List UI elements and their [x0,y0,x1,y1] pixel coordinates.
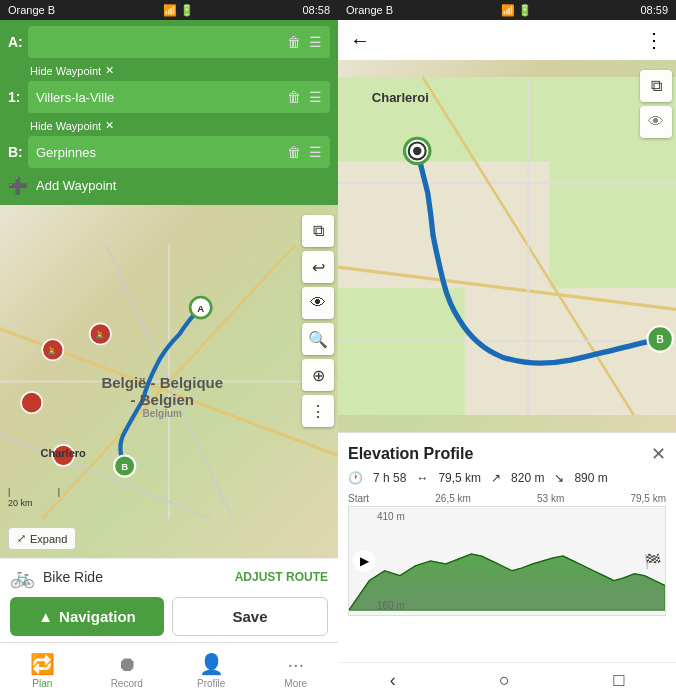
tab-record[interactable]: ⏺ Record [85,643,170,698]
elevation-close-button[interactable]: ✕ [651,443,666,465]
action-buttons: ▲ Navigation Save [10,597,328,636]
tab-more[interactable]: ··· More [254,643,339,698]
profile-icon: 👤 [199,652,224,676]
location-button[interactable]: ⊕ [302,359,334,391]
stat-down: 890 m [574,471,607,485]
save-button[interactable]: Save [172,597,328,636]
elevation-stats: 🕐 7 h 58 ↔ 79,5 km ↗ 820 m ↘ 890 m [348,471,666,485]
layers-button-right[interactable]: ⧉ [640,70,672,102]
plan-icon: 🔁 [30,652,55,676]
sys-back-button[interactable]: ‹ [390,670,396,691]
svg-text:A: A [197,303,204,314]
stat-distance-icon: ↔ [416,471,428,485]
elevation-title: Elevation Profile [348,445,473,463]
elevation-chart-container: Start 26,5 km 53 km 79,5 km [348,493,666,623]
bottom-bar-left: 🚲 Bike Ride ADJUST ROUTE ▲ Navigation Sa… [0,558,338,642]
expand-button[interactable]: ⤢ Expand [8,527,76,550]
more-icon: ··· [287,653,304,676]
play-icon-chart[interactable]: ▶ [353,550,375,572]
svg-text:🚴: 🚴 [95,330,106,341]
undo-button[interactable]: ↩ [302,251,334,283]
map-area-right[interactable]: B Charleroi ⧉ 👁 [338,60,676,432]
tab-plan-label: Plan [32,678,52,689]
signal-icons-right: 📶 🔋 [501,4,532,17]
more-map-button[interactable]: ⋮ [302,395,334,427]
waypoint-a-label: A: [8,34,28,50]
back-button[interactable]: ← [350,29,370,52]
waypoint-a-input[interactable]: 🗑 ☰ [28,26,330,58]
top-nav-right: ← ⋮ [338,20,676,60]
hide-waypoint-2-row[interactable]: Hide Waypoint ✕ [8,117,330,134]
zoom-in-button[interactable]: 🔍 [302,323,334,355]
reorder-waypoint-a-icon[interactable]: ☰ [309,34,322,50]
delete-waypoint-b-icon[interactable]: 🗑 [287,144,301,160]
nav-button-label: Navigation [59,608,136,625]
visibility-button-right[interactable]: 👁 [640,106,672,138]
tab-more-label: More [284,678,307,689]
waypoint-1-label: 1: [8,89,28,105]
map-controls-left: ⧉ ↩ 👁 🔍 ⊕ ⋮ [302,215,334,427]
tab-record-label: Record [111,678,143,689]
x-label-26: 26,5 km [435,493,471,504]
navigation-button[interactable]: ▲ Navigation [10,597,164,636]
stat-up: 820 m [511,471,544,485]
reorder-waypoint-1-icon[interactable]: ☰ [309,89,322,105]
nav-arrow-icon: ▲ [38,608,53,625]
elevation-chart: ▶ 🏁 410 m 160 m [348,506,666,616]
waypoint-a-row: A: 🗑 ☰ [8,26,330,58]
hide-waypoint-1-row[interactable]: Hide Waypoint ✕ [8,62,330,79]
map-label-charleroi: Charleroi [372,90,429,105]
tab-profile[interactable]: 👤 Profile [169,643,254,698]
delete-waypoint-1-icon[interactable]: 🗑 [287,89,301,105]
hide-waypoint-2-label: Hide Waypoint [30,120,101,132]
svg-text:🚴: 🚴 [47,346,58,357]
time-left: 08:58 [302,4,330,16]
stat-time: 7 h 58 [373,471,406,485]
waypoint-b-input[interactable]: Gerpinnes 🗑 ☰ [28,136,330,168]
add-waypoint-icon: ➕ [8,176,28,195]
elevation-panel: Elevation Profile ✕ 🕐 7 h 58 ↔ 79,5 km ↗… [338,432,676,662]
operator-left: Orange B [8,4,55,16]
svg-point-26 [413,147,421,155]
visibility-button[interactable]: 👁 [302,287,334,319]
svg-text:B: B [121,461,128,472]
expand-label: Expand [30,533,67,545]
waypoint-b-value: Gerpinnes [36,145,96,160]
waypoint-1-input[interactable]: Villers-la-Ville 🗑 ☰ [28,81,330,113]
clock-icon: 🕐 [348,471,363,485]
record-icon: ⏺ [117,653,137,676]
add-waypoint-row[interactable]: ➕ Add Waypoint [8,172,330,199]
waypoint-1-row: 1: Villers-la-Ville 🗑 ☰ [8,81,330,113]
svg-text:B: B [656,333,664,345]
svg-point-14 [21,392,42,413]
x-label-79: 79,5 km [630,493,666,504]
system-nav-right: ‹ ○ □ [338,662,676,698]
left-panel: Orange B 📶 🔋 08:58 A: 🗑 ☰ Hide Waypoint … [0,0,338,698]
scale-bar: | | 20 km [8,487,60,508]
hide-waypoint-1-icon: ✕ [105,64,114,77]
map-label-charlero: Charlero [41,447,86,459]
adjust-route-button[interactable]: ADJUST ROUTE [235,570,328,584]
add-waypoint-label: Add Waypoint [36,178,116,193]
y-label-top: 410 m [377,511,405,522]
activity-type-label: Bike Ride [43,569,103,585]
map-area-left[interactable]: A B 🚴 🚴 België - Belgique - Belgien Belg… [0,205,338,558]
time-right: 08:59 [640,4,668,16]
tab-plan[interactable]: 🔁 Plan [0,643,85,698]
stat-down-icon: ↘ [554,471,564,485]
map-controls-right: ⧉ 👁 [640,70,672,138]
reorder-waypoint-b-icon[interactable]: ☰ [309,144,322,160]
operator-right: Orange B [346,4,393,16]
sys-home-button[interactable]: ○ [499,670,510,691]
more-options-button[interactable]: ⋮ [644,28,664,52]
delete-waypoint-a-icon[interactable]: 🗑 [287,34,301,50]
layers-button[interactable]: ⧉ [302,215,334,247]
y-label-bottom: 160 m [377,600,405,611]
stat-up-icon: ↗ [491,471,501,485]
route-editor: A: 🗑 ☰ Hide Waypoint ✕ 1: Villers-la-Vil… [0,20,338,205]
x-label-start: Start [348,493,369,504]
elevation-svg [349,507,665,615]
waypoint-b-row: B: Gerpinnes 🗑 ☰ [8,136,330,168]
sys-recent-button[interactable]: □ [613,670,624,691]
bike-ride-left: 🚲 Bike Ride [10,565,103,589]
